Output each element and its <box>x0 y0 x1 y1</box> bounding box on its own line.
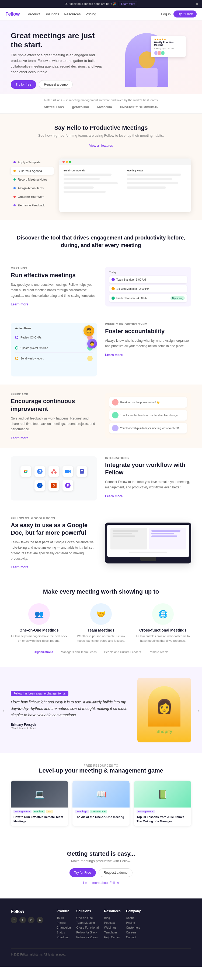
gs-cta-secondary[interactable]: Request a demo <box>99 868 133 877</box>
nav-link-pricing[interactable]: Pricing <box>85 12 96 16</box>
showcase-apply-template[interactable]: Apply a Template <box>11 159 54 166</box>
footer-link[interactable]: Customers <box>126 926 141 929</box>
screen-content: Build Your Agenda Meeting Notes <box>59 165 191 199</box>
svg-text:G: G <box>38 469 41 473</box>
showcase-dot <box>13 204 16 207</box>
nav-link-resources[interactable]: Resources <box>64 12 80 16</box>
feature-learn-more[interactable]: Learn more <box>11 302 28 306</box>
svg-marker-12 <box>69 470 71 473</box>
integration-slack-icon <box>21 466 31 477</box>
logo-airtree: Airtree Labs <box>43 105 64 109</box>
tab-managers[interactable]: Managers and Team Leads <box>57 648 101 656</box>
banner-cta[interactable]: Learn more <box>119 2 137 6</box>
footer-link[interactable]: Roadmap <box>56 935 71 939</box>
meeting-icon-1on1: 👥 <box>28 603 50 625</box>
resource-card-1[interactable]: 💻 Management Webinar G2 How to Run Effec… <box>11 781 68 826</box>
footer-col-title: Company <box>126 909 141 913</box>
testimonial-image: 👩 Shopify <box>137 678 191 742</box>
tab-remote[interactable]: Remote Teams <box>145 648 172 656</box>
say-hello-title: Say Hello to Productive Meetings <box>11 124 191 131</box>
meeting-types-section: Make every meeting worth showing up to 👥… <box>0 578 202 667</box>
nav-actions: Log in Try for free <box>161 11 197 18</box>
showcase-build-agenda[interactable]: Build Your Agenda <box>11 167 54 175</box>
feature-action-text: Weekly Priorities Sync Foster accountabi… <box>105 323 191 357</box>
say-hello-link[interactable]: View all features <box>89 144 113 148</box>
meeting-type-desc: Fellow enables cross-functional teams to… <box>135 634 191 643</box>
footer-link[interactable]: Blog <box>104 916 120 920</box>
avatar <box>112 425 119 431</box>
showcase-label: Exchange Feedback <box>18 204 45 207</box>
footer-link[interactable]: Team Meeting <box>76 921 99 924</box>
footer-link[interactable]: Webinars <box>104 926 120 929</box>
comparison-tag: Fellow vs. Google Docs <box>11 517 97 520</box>
footer-link[interactable]: Templates <box>104 931 120 934</box>
testimonial-content: Fellow has been a game-changer for us I … <box>11 691 129 730</box>
tab-people-culture[interactable]: People and Culture Leaders <box>101 648 145 656</box>
action-item: Update project timeline <box>15 344 93 353</box>
gs-learn-more[interactable]: Learn more about Fellow <box>83 881 119 885</box>
footer-link[interactable]: Cross-Functional <box>76 926 99 929</box>
resource-card-2[interactable]: 📖 Meetings One-on-One The Art of the One… <box>72 781 130 826</box>
showcase-organize[interactable]: Organize Your Work <box>11 193 54 200</box>
avatar <box>160 51 165 55</box>
footer-link[interactable]: Careers <box>126 931 141 934</box>
footer-link[interactable]: About <box>126 916 141 920</box>
resource-tag: Meetings <box>75 810 89 813</box>
action-item: Review Q3 OKRs <box>15 333 93 342</box>
integration-fellow-icon: F <box>63 480 73 491</box>
social-linkedin-icon[interactable]: in <box>28 917 34 923</box>
meeting-cards: 👥 One-on-One Meetings Fellow helps manag… <box>11 603 191 643</box>
feature-tag: Feedback <box>11 393 97 396</box>
social-youtube-icon[interactable]: ▶ <box>37 917 43 923</box>
testimonial-prev-button[interactable]: ‹ <box>3 707 5 713</box>
social-facebook-icon[interactable]: f <box>11 917 17 923</box>
svg-text:T: T <box>81 470 83 473</box>
testimonial-author: Brittany Forsyth <box>11 723 129 727</box>
showcase-feedback[interactable]: Exchange Feedback <box>11 202 54 209</box>
hero-cta-primary[interactable]: Try for free <box>11 80 36 89</box>
footer-link[interactable]: Pricing <box>126 921 141 924</box>
footer-link[interactable]: Help Center <box>104 935 120 939</box>
footer-link[interactable]: Changelog <box>56 926 71 929</box>
feature-tag: Weekly Priorities Sync <box>105 323 191 326</box>
tab-organizations[interactable]: Organizations <box>30 648 57 656</box>
monitor-stand <box>140 557 156 561</box>
feature-learn-more[interactable]: Learn more <box>105 494 123 498</box>
resources-section: Free Resources to Level-up your meeting … <box>0 753 202 837</box>
nav-cta-button[interactable]: Try for free <box>173 11 197 18</box>
screen-header <box>59 159 191 165</box>
nav-login[interactable]: Log in <box>161 12 170 16</box>
footer-link[interactable]: Tours <box>56 916 71 920</box>
testimonial-next-button[interactable]: › <box>197 707 199 713</box>
feature-learn-more[interactable]: Learn more <box>105 353 123 357</box>
product-showcase: Apply a Template Build Your Agenda Recor… <box>0 150 202 220</box>
footer-link[interactable]: Status <box>56 931 71 934</box>
footer-link[interactable]: Fellow for Slack <box>76 931 99 934</box>
feature-feedback-text: Feedback Encourage continuous improvemen… <box>11 393 97 440</box>
nav-link-solutions[interactable]: Solutions <box>45 12 59 16</box>
footer-link[interactable]: One-on-One <box>76 916 99 920</box>
feature-integrations: Integrations Integrate your workflow wit… <box>0 448 202 509</box>
getting-started-section: Getting started is easy... Make meetings… <box>0 837 202 899</box>
footer-link[interactable]: Podcast <box>104 921 120 924</box>
footer-link[interactable]: Pricing <box>56 921 71 924</box>
hero-cta-secondary[interactable]: Request a demo <box>39 80 73 89</box>
footer-link[interactable]: Contact <box>126 935 141 939</box>
footer-link[interactable]: Fellow for Zoom <box>76 935 99 939</box>
showcase-dot <box>13 196 16 198</box>
nav-link-product[interactable]: Product <box>28 12 40 16</box>
banner-close-icon[interactable]: ✕ <box>196 2 199 6</box>
showcase-label: Assign Action Items <box>18 186 43 190</box>
resource-card-3[interactable]: 📗 Management Top 30 Lessons from Julie Z… <box>134 781 191 826</box>
comparison-learn-more[interactable]: Learn more <box>11 565 28 569</box>
testimonial-role: Chief Talent Officer <box>11 727 129 730</box>
showcase-record-notes[interactable]: Record Meeting Notes <box>11 176 54 183</box>
gs-cta-primary[interactable]: Try for Free <box>69 868 96 877</box>
feature-title: Integrate your workflow with Fellow <box>105 461 191 477</box>
showcase-assign-items[interactable]: Assign Action Items <box>11 185 54 192</box>
feature-learn-more[interactable]: Learn more <box>11 436 28 440</box>
testimonial-highlight: Fellow has been a game-changer for us <box>11 691 68 696</box>
meeting-card-team: 🤝 Team Meetings Whether in person or rem… <box>73 603 129 643</box>
social-twitter-icon[interactable]: t <box>19 917 26 923</box>
resource-image-1: 💻 <box>11 781 68 808</box>
